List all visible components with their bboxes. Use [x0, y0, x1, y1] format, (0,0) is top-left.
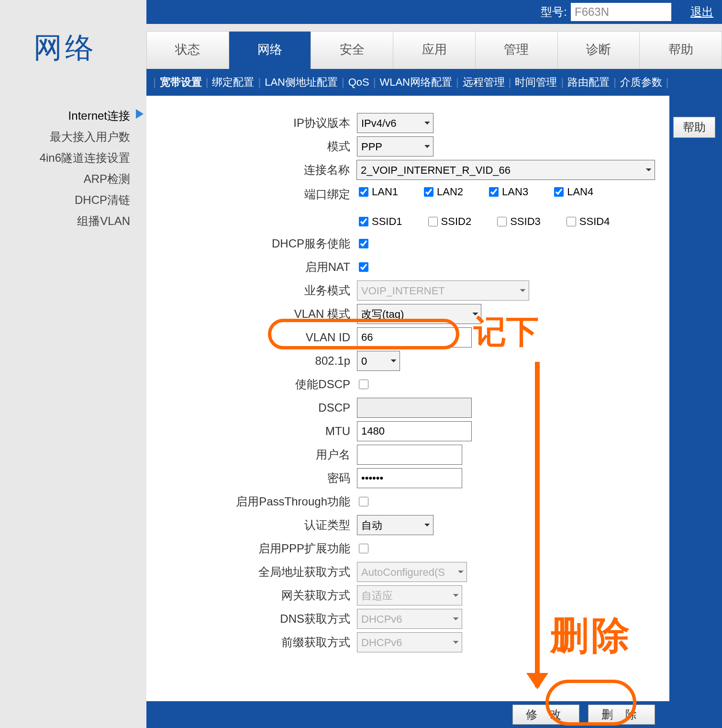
mode-select[interactable]: PPP: [357, 136, 433, 157]
vlan-mode-select[interactable]: 改写(tag): [357, 304, 481, 324]
username-input[interactable]: [357, 445, 462, 465]
gateway-mode-select[interactable]: 自适应: [357, 585, 462, 605]
settings-form: IP协议版本 IPv4/v6 模式 PPP 连接名称 2_VOIP_INTERN…: [146, 110, 669, 655]
port-lan3-checkbox[interactable]: [489, 187, 499, 197]
dscp-input[interactable]: [357, 398, 472, 418]
dhcp-enable-checkbox[interactable]: [359, 239, 368, 248]
prefix-mode-label: 前缀获取方式: [146, 635, 357, 650]
subnav-route[interactable]: 路由配置: [567, 75, 610, 90]
sidebar-item-dhcp[interactable]: DHCP清链: [0, 190, 144, 211]
connection-name-select[interactable]: 2_VOIP_INTERNET_R_VID_66: [356, 160, 655, 180]
global-addr-label: 全局地址获取方式: [146, 564, 357, 580]
dns-mode-select[interactable]: DHCPv6: [357, 609, 462, 629]
sidebar-item-internet[interactable]: Internet连接: [0, 105, 144, 126]
tab-application[interactable]: 应用: [393, 32, 476, 69]
mtu-input[interactable]: [357, 421, 472, 441]
port-ssid1: SSID1: [357, 215, 402, 228]
model-label: 型号:: [541, 4, 567, 20]
help-button[interactable]: 帮助: [673, 117, 715, 138]
tab-network[interactable]: 网络: [229, 32, 311, 69]
connection-name-label: 连接名称: [146, 162, 356, 178]
tab-help[interactable]: 帮助: [640, 32, 722, 69]
username-label: 用户名: [146, 447, 357, 462]
password-label: 密码: [146, 470, 357, 486]
auth-type-label: 认证类型: [146, 517, 357, 533]
port-ssid3: SSID3: [495, 215, 541, 228]
sub-nav: | 宽带设置| 绑定配置| LAN侧地址配置| QoS| WLAN网络配置| 远…: [146, 69, 722, 96]
vlan-mode-label: VLAN 模式: [146, 306, 357, 322]
port-lan3: LAN3: [487, 186, 528, 198]
port-ssid4-checkbox[interactable]: [566, 217, 576, 226]
port-ssid2-checkbox[interactable]: [428, 217, 438, 226]
global-addr-select[interactable]: AutoConfigured(S: [357, 562, 467, 582]
auth-type-select[interactable]: 自动: [357, 515, 433, 535]
top-bar: 型号: F663N 退出: [146, 0, 722, 24]
vlan-id-input[interactable]: [357, 327, 472, 347]
subnav-media[interactable]: 介质参数: [620, 75, 662, 90]
nat-enable-label: 启用NAT: [146, 259, 357, 275]
subnav-remote[interactable]: 远程管理: [463, 75, 505, 90]
port-ssid2: SSID2: [426, 215, 472, 228]
ip-version-select[interactable]: IPv4/v6: [357, 113, 433, 133]
modify-button[interactable]: 修 改: [512, 705, 579, 725]
content-panel: 帮助 IP协议版本 IPv4/v6 模式 PPP 连接名称 2_VOIP_INT…: [146, 96, 669, 701]
port-lan2: LAN2: [422, 186, 463, 198]
port-binding-label: 端口绑定: [146, 183, 357, 202]
right-strip: [669, 96, 722, 701]
port-binding-group: LAN1 LAN2 LAN3 LAN4 SSID1 SSID2 SSID3 SS…: [357, 183, 655, 231]
nat-enable-checkbox[interactable]: [359, 262, 368, 272]
tab-status[interactable]: 状态: [147, 32, 229, 69]
port-ssid3-checkbox[interactable]: [497, 217, 507, 226]
sidebar-item-4in6[interactable]: 4in6隧道连接设置: [0, 147, 144, 168]
dot1p-select[interactable]: 0: [357, 351, 400, 371]
ip-version-label: IP协议版本: [146, 115, 357, 131]
port-lan1: LAN1: [357, 186, 398, 198]
dns-mode-label: DNS获取方式: [146, 611, 357, 627]
model-value: F663N: [571, 3, 671, 21]
vlan-id-label: VLAN ID: [146, 331, 357, 344]
dscp-label: DSCP: [146, 401, 357, 414]
bottom-bar: 修 改 删 除: [146, 701, 722, 728]
tab-diagnosis[interactable]: 诊断: [558, 32, 640, 69]
tab-management[interactable]: 管理: [476, 32, 558, 69]
sidebar: Internet连接 最大接入用户数 4in6隧道连接设置 ARP检测 DHCP…: [0, 105, 144, 232]
subnav-time[interactable]: 时间管理: [515, 75, 557, 90]
port-ssid4: SSID4: [565, 215, 610, 228]
password-input[interactable]: [357, 468, 462, 488]
service-mode-label: 业务模式: [146, 283, 357, 298]
subnav-wlan[interactable]: WLAN网络配置: [379, 75, 452, 90]
passthrough-checkbox[interactable]: [359, 497, 368, 506]
port-lan4-checkbox[interactable]: [554, 187, 564, 197]
dhcp-enable-label: DHCP服务使能: [146, 236, 357, 251]
sidebar-item-arp[interactable]: ARP检测: [0, 168, 144, 190]
tab-security[interactable]: 安全: [311, 32, 393, 69]
logout-link[interactable]: 退出: [690, 4, 713, 20]
port-lan2-checkbox[interactable]: [424, 187, 433, 197]
port-lan4: LAN4: [552, 186, 593, 198]
main-tabs: 状态 网络 安全 应用 管理 诊断 帮助: [146, 31, 722, 69]
subnav-lan[interactable]: LAN侧地址配置: [265, 75, 338, 90]
ppp-ext-label: 启用PPP扩展功能: [146, 541, 357, 556]
sidebar-item-maxusers[interactable]: 最大接入用户数: [0, 126, 144, 147]
port-lan1-checkbox[interactable]: [359, 187, 368, 197]
mode-label: 模式: [146, 139, 357, 154]
dot1p-label: 802.1p: [146, 354, 357, 368]
prefix-mode-select[interactable]: DHCPv6: [357, 632, 462, 652]
dscp-enable-label: 使能DSCP: [146, 377, 357, 392]
delete-button[interactable]: 删 除: [588, 705, 655, 725]
gateway-mode-label: 网关获取方式: [146, 588, 357, 603]
service-mode-select[interactable]: VOIP_INTERNET: [357, 280, 529, 301]
page-title: 网络: [33, 29, 97, 67]
subnav-binding[interactable]: 绑定配置: [212, 75, 254, 90]
sidebar-item-multicast-vlan[interactable]: 组播VLAN: [0, 211, 144, 232]
dscp-enable-checkbox[interactable]: [359, 380, 368, 389]
subnav-qos[interactable]: QoS: [348, 76, 369, 89]
mtu-label: MTU: [146, 425, 357, 438]
ppp-ext-checkbox[interactable]: [359, 544, 368, 553]
passthrough-label: 启用PassThrough功能: [146, 494, 357, 509]
port-ssid1-checkbox[interactable]: [359, 217, 368, 226]
subnav-broadband[interactable]: 宽带设置: [160, 75, 202, 90]
